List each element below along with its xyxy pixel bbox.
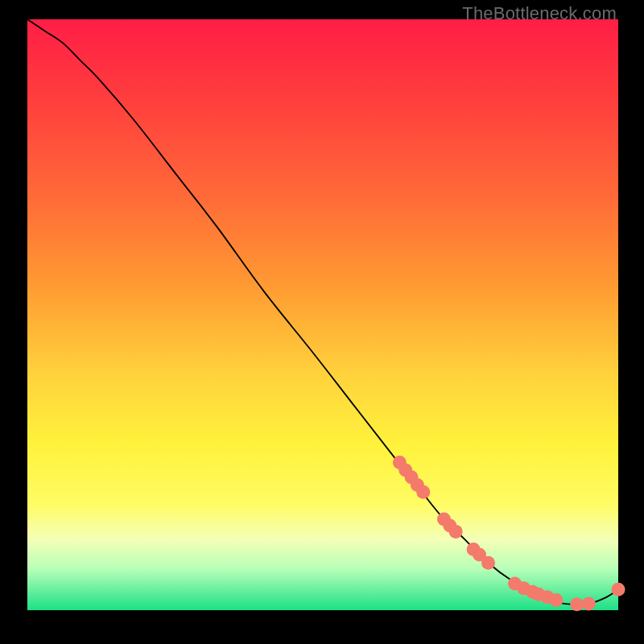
data-dot <box>416 485 430 499</box>
data-dot <box>582 597 596 610</box>
bottleneck-curve <box>27 19 618 605</box>
highlight-dots <box>393 456 625 611</box>
data-dot <box>570 597 584 611</box>
chart-frame: TheBottleneck.com <box>0 0 644 644</box>
data-dot <box>549 593 563 607</box>
plot-area <box>27 19 618 610</box>
data-dot <box>449 525 463 539</box>
chart-svg <box>27 19 618 610</box>
data-dot <box>481 556 495 570</box>
data-dot <box>612 583 625 597</box>
